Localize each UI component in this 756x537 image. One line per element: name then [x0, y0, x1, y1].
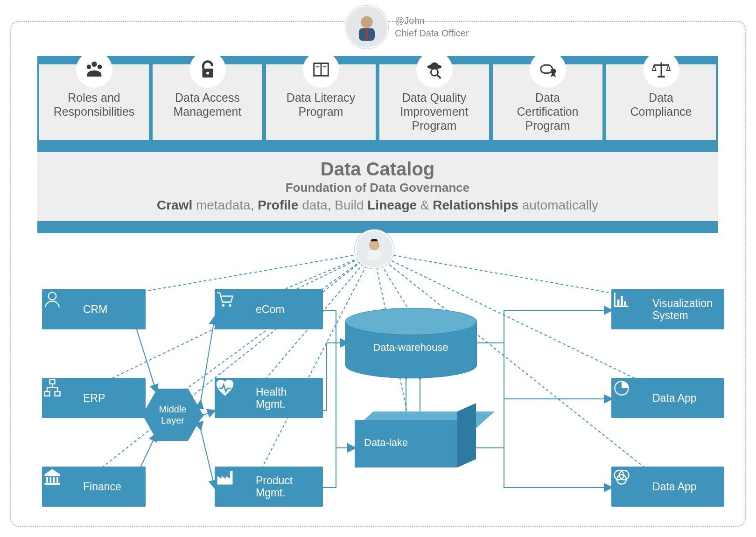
heart-icon [215, 378, 235, 398]
catalog-subtitle: Foundation of Data Governance [47, 181, 708, 195]
person-icon [362, 237, 387, 262]
panel-top-strip [37, 56, 718, 64]
cart-icon [215, 289, 235, 310]
governance-panel: Roles andResponsibilities Data AccessMan… [37, 56, 718, 233]
word-lineage: Lineage [367, 198, 417, 212]
word-relationships: Relationships [433, 198, 518, 212]
node-health: HealthMgmt. [215, 378, 323, 418]
node-label: Data-lake [364, 437, 408, 449]
svg-point-4 [86, 64, 91, 69]
svg-rect-54 [617, 300, 620, 306]
persona-handle: @John [395, 14, 469, 27]
node-ecom: eCom [215, 289, 323, 329]
svg-point-13 [431, 69, 438, 76]
word-profile: Profile [258, 198, 298, 212]
tab-compliance: DataCompliance [606, 64, 716, 140]
people-icon [84, 59, 105, 80]
persona-title: Chief Data Officer [395, 27, 469, 40]
node-label: MiddleLayer [159, 404, 187, 426]
person-icon [351, 11, 383, 43]
node-label: Data App [652, 481, 697, 493]
svg-point-53 [229, 304, 231, 307]
svg-rect-56 [624, 301, 627, 306]
node-label: eCom [256, 303, 284, 315]
pie-icon [611, 378, 632, 398]
svg-point-7 [206, 72, 209, 75]
flow-area: CRM ERP Finance MiddleLayer eCom HealthM… [37, 233, 718, 523]
node-label: ERP [83, 392, 105, 404]
persona: @John Chief Data Officer [345, 6, 469, 49]
tab-label: Data QualityImprovementProgram [400, 91, 469, 132]
tab-label: Data AccessManagement [174, 91, 242, 118]
node-label: Data App [652, 392, 697, 404]
svg-point-20 [369, 240, 379, 251]
node-crm: CRM [42, 289, 146, 329]
svg-rect-50 [45, 483, 60, 485]
node-erp: ERP [42, 378, 146, 418]
certificate-icon [537, 59, 559, 80]
node-finance: Finance [42, 467, 146, 507]
svg-line-38 [203, 411, 215, 415]
tab-roles: Roles andResponsibilities [39, 64, 149, 140]
catalog-line: Crawl metadata, Profile data, Build Line… [47, 198, 708, 213]
svg-line-14 [437, 75, 441, 79]
node-label: HealthMgmt. [256, 386, 287, 411]
node-app-pie: Data App [611, 378, 724, 418]
tab-access: Data AccessManagement [153, 64, 262, 140]
svg-point-16 [550, 69, 556, 74]
svg-point-5 [97, 64, 102, 69]
venn-icon [611, 467, 632, 487]
svg-rect-55 [621, 296, 623, 306]
lock-icon [197, 59, 218, 80]
scale-icon [651, 59, 672, 80]
node-middle-layer: MiddleLayer [142, 389, 203, 441]
avatar-john [345, 6, 388, 49]
svg-rect-15 [540, 65, 552, 73]
node-label: Finance [83, 481, 121, 493]
svg-point-42 [49, 292, 56, 300]
svg-rect-19 [658, 76, 665, 77]
avatar-analyst [355, 230, 394, 269]
svg-rect-21 [367, 251, 381, 261]
catalog-block: Data Catalog Foundation of Data Governan… [37, 152, 718, 221]
svg-rect-43 [50, 380, 55, 384]
catalog-title: Data Catalog [47, 159, 708, 180]
node-visualization: VisualizationSystem [611, 289, 724, 329]
svg-point-0 [361, 16, 373, 28]
tab-label: Roles andResponsibilities [54, 91, 135, 118]
svg-point-52 [222, 304, 225, 307]
tab-label: Data LiteracyProgram [287, 91, 355, 118]
node-label: VisualizationSystem [652, 297, 713, 322]
tab-quality: Data QualityImprovementProgram [379, 64, 489, 140]
tab-literacy: Data LiteracyProgram [266, 64, 376, 140]
book-icon [310, 59, 332, 80]
factory-icon [215, 467, 235, 487]
tab-certification: DataCertificationProgram [493, 64, 602, 140]
diagram-frame: @John Chief Data Officer Roles andRespon… [0, 0, 756, 537]
governance-tabs: Roles andResponsibilities Data AccessMan… [37, 64, 718, 140]
bank-icon [42, 467, 63, 487]
node-label: ProductMgmt. [256, 474, 293, 499]
panel-mid-strip1 [37, 140, 718, 152]
node-label: Data-warehouse [373, 342, 448, 354]
svg-rect-44 [45, 391, 50, 396]
detective-icon [424, 59, 445, 80]
svg-rect-45 [55, 391, 60, 396]
node-data-lake: Data-lake [355, 420, 476, 476]
node-label: CRM [83, 303, 107, 315]
flow-icon [42, 378, 63, 398]
node-product: ProductMgmt. [215, 467, 323, 507]
tab-label: DataCompliance [630, 91, 692, 118]
node-app-venn: Data App [611, 467, 724, 507]
word-crawl: Crawl [157, 198, 192, 212]
user-icon [42, 289, 63, 310]
svg-rect-2 [366, 28, 368, 39]
tab-label: DataCertificationProgram [517, 91, 579, 132]
svg-point-3 [91, 62, 97, 67]
svg-line-24 [89, 252, 373, 478]
node-data-warehouse: Data-warehouse [345, 308, 476, 378]
chart-icon [611, 289, 632, 310]
